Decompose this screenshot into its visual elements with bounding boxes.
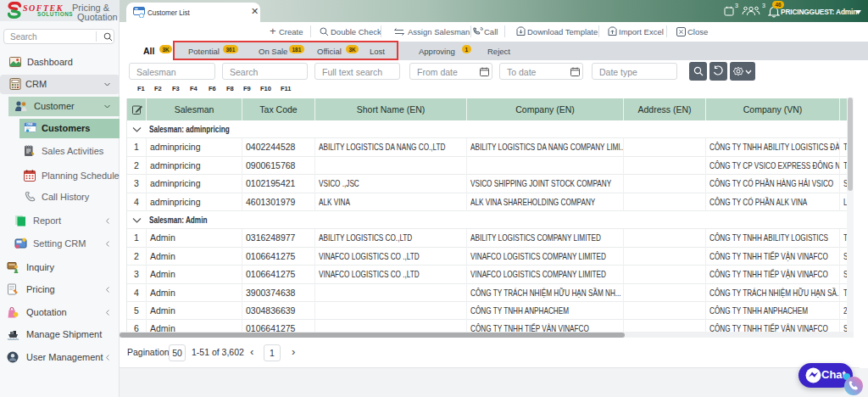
svg-text:CRM: CRM <box>26 123 33 126</box>
